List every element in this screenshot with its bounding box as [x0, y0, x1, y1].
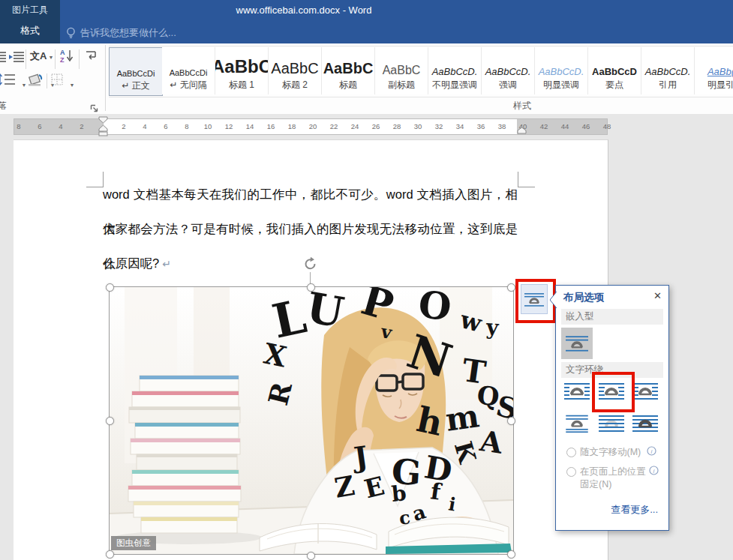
window-title: www.officebai.com.docx - Word [150, 4, 458, 16]
ruler-number: 22 [330, 119, 338, 134]
flying-letter: c [398, 508, 411, 528]
radio-fix-position[interactable] [566, 467, 576, 477]
style-tile-8[interactable]: AaBbCcD.明显强调 [535, 47, 588, 94]
ruler-number: 46 [582, 119, 590, 134]
style-tile-9[interactable]: AaBbCcD要点 [588, 47, 641, 94]
sort-icon[interactable]: A Z [59, 48, 74, 66]
picture-tools-label: 图片工具 [0, 4, 60, 16]
inserted-picture[interactable]: LUPOwyvXNTRQShmKAJGDZEbfiac 图虫创意 [109, 286, 514, 555]
style-label: 要点 [588, 79, 641, 91]
indent-markers[interactable] [98, 116, 108, 137]
wrap-inline-option[interactable] [561, 328, 593, 359]
style-label: 标题 1 [215, 79, 268, 91]
layout-options-panel: 布局选项 ✕ 嵌入型 文字环绕 随文字移动(M) i 在页面上的位置 固定(N)… [555, 285, 669, 531]
show-marks-icon[interactable] [83, 49, 98, 66]
paragraph-mark: ↵ [162, 258, 171, 270]
wrap-in-front-icon[interactable] [632, 413, 659, 434]
panel-title: 布局选项 [563, 291, 604, 304]
ruler-number: 2 [122, 119, 125, 134]
tell-me-placeholder: 告诉我您想要做什么... [80, 26, 176, 40]
paragraph-line[interactable]: word 文档基本每天在我们的工作中，都比不可少。word 文档插入图片，相信 [103, 177, 518, 211]
style-tile-0[interactable]: AaBbCcDi↵ 正文 [109, 47, 163, 96]
style-label: 标题 2 [269, 79, 321, 91]
styles-gallery: AaBbCcDi↵ 正文AaBbCcDi↵ 无间隔AaBbC标题 1AaBbC标… [109, 46, 733, 97]
resize-handle-mid-right[interactable] [507, 417, 515, 425]
style-sample: AaBbCcD. [482, 47, 534, 79]
margin-crop-mark [518, 172, 535, 187]
radio-fix-label-1: 在页面上的位置 [580, 466, 646, 478]
style-sample: AaBb( [695, 47, 733, 79]
ruler-number: 24 [351, 119, 359, 134]
ruler-number: 32 [435, 119, 443, 134]
ruler-number: 16 [267, 119, 275, 134]
style-tile-2[interactable]: AaBbC标题 1 [215, 47, 269, 94]
style-label: ↵ 无间隔 [162, 79, 215, 91]
annotation-red-box-tight [592, 372, 635, 412]
radio-move-with-text[interactable] [566, 448, 576, 457]
asian-layout-button[interactable]: 文A▼ [30, 49, 53, 63]
ruler-row: 8642246810121416182022242628303234363840… [0, 114, 733, 139]
info-icon[interactable]: i [649, 466, 659, 475]
ruler-number: 38 [498, 119, 506, 134]
resize-handle-top-mid[interactable] [307, 283, 315, 292]
ruler-number: 12 [225, 119, 233, 134]
wrap-behind-text-icon[interactable] [598, 413, 625, 434]
tell-me-search[interactable]: 告诉我您想要做什么... [66, 25, 176, 41]
document-page[interactable]: word 文档基本每天在我们的工作中，都比不可少。word 文档插入图片，相信 … [14, 139, 608, 560]
style-tile-3[interactable]: AaBbC标题 2 [269, 47, 322, 94]
wrap-top-bottom-icon[interactable] [563, 413, 590, 434]
lightbulb-icon [66, 27, 76, 40]
line-spacing-icon[interactable]: ▼ [0, 73, 26, 90]
style-label: 明显引 [695, 79, 733, 91]
right-indent-marker[interactable] [517, 127, 527, 134]
resize-handle-top-left[interactable] [106, 283, 114, 292]
wrap-through-icon[interactable] [632, 381, 659, 402]
style-tile-1[interactable]: AaBbCcDi↵ 无间隔 [162, 47, 215, 94]
style-label: 副标题 [375, 79, 428, 91]
style-label: 明显强调 [535, 79, 587, 91]
indent-right-icon[interactable] [9, 51, 26, 66]
flying-letter: U [304, 286, 347, 334]
tab-format[interactable]: 格式 [0, 24, 60, 37]
style-sample: AaBbC [375, 47, 428, 79]
resize-handle-bottom-mid[interactable] [307, 552, 315, 560]
rotate-handle-icon[interactable] [303, 256, 318, 271]
svg-text:i: i [653, 468, 655, 475]
close-icon[interactable]: ✕ [653, 290, 662, 301]
style-tile-6[interactable]: AaBbCcD.不明显强调 [428, 47, 482, 94]
style-tile-4[interactable]: AaBbC标题 [322, 47, 375, 94]
resize-handle-bottom-right[interactable] [507, 550, 515, 559]
style-tile-7[interactable]: AaBbCcD.强调 [482, 47, 535, 94]
style-sample: AaBbC [322, 47, 374, 79]
stock-watermark: 图虫创意 [111, 536, 156, 550]
paragraph-group-label: 落 [0, 100, 7, 112]
paragraph-line[interactable]: 大家都会方法？可是有时候，我们插入的图片发现无法移动位置，这到底是什 [103, 211, 518, 246]
ruler-number: 28 [393, 119, 401, 134]
see-more-link[interactable]: 查看更多... [611, 503, 658, 517]
picture-tools-contextual-block: 图片工具 格式 [0, 0, 60, 43]
style-sample: AaBbC [269, 47, 321, 79]
ribbon: 文A▼ A Z ▼ ▼ [0, 43, 733, 115]
style-tile-10[interactable]: AaBbCcD.引用 [641, 47, 695, 94]
ruler-number: 8 [17, 119, 20, 134]
ruler-number: 48 [603, 119, 611, 134]
style-tile-11[interactable]: AaBb(明显引 [695, 47, 733, 94]
ruler-number: 36 [477, 119, 485, 134]
ruler-number: 4 [59, 119, 62, 134]
wrap-square-icon[interactable] [563, 381, 590, 402]
ruler-number: 18 [288, 119, 296, 134]
style-label: 不明显强调 [428, 79, 481, 91]
resize-handle-bottom-left[interactable] [106, 550, 114, 559]
style-label: 强调 [482, 79, 534, 91]
borders-icon[interactable]: ▼ [51, 73, 74, 90]
style-label: 标题 [322, 79, 374, 91]
ruler-number: 2 [80, 119, 83, 134]
style-label: 引用 [641, 79, 694, 91]
ruler-number: 4 [143, 119, 146, 134]
resize-handle-top-right[interactable] [507, 283, 515, 292]
style-tile-5[interactable]: AaBbC副标题 [375, 47, 428, 94]
info-icon[interactable]: i [647, 446, 656, 456]
svg-text:A: A [60, 49, 65, 56]
ruler-number: 44 [561, 119, 569, 134]
resize-handle-mid-left[interactable] [106, 417, 114, 425]
